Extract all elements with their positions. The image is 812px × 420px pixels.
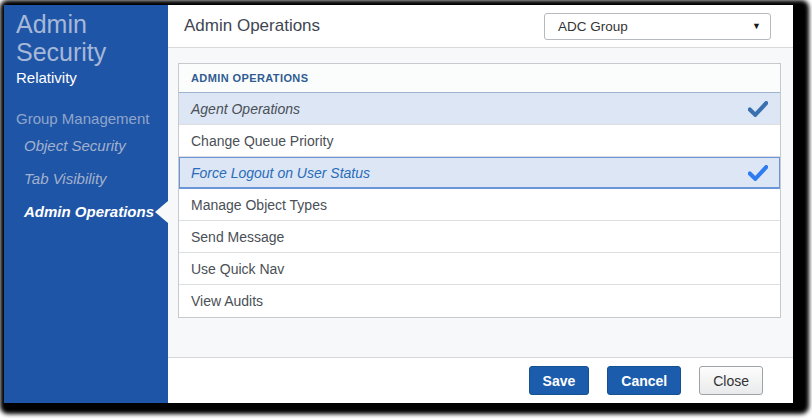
admin-operations-table: ADMIN OPERATIONS Agent Operations Change…: [178, 63, 781, 318]
cancel-button[interactable]: Cancel: [607, 366, 681, 395]
active-item-notch-arrow: [155, 201, 168, 223]
table-row-send-message[interactable]: Send Message: [179, 221, 780, 253]
checkmark-icon: [748, 101, 768, 117]
sidebar-item-object-security[interactable]: Object Security: [4, 131, 168, 160]
table-row-use-quick-nav[interactable]: Use Quick Nav: [179, 253, 780, 285]
page-title: Admin Operations: [184, 16, 320, 36]
row-label: View Audits: [191, 293, 263, 309]
sidebar-subtitle: Relativity: [16, 69, 156, 86]
admin-security-window: Admin Security Relativity Group Manageme…: [4, 5, 793, 403]
table-row-force-logout-on-user-status[interactable]: Force Logout on User Status: [179, 157, 780, 189]
row-label: Force Logout on User Status: [191, 165, 370, 181]
sidebar-item-label: Object Security: [24, 137, 126, 154]
table-row-manage-object-types[interactable]: Manage Object Types: [179, 189, 780, 221]
table-row-view-audits[interactable]: View Audits: [179, 285, 780, 317]
sidebar-title: Admin Security: [16, 10, 156, 66]
group-select-value: ADC Group: [558, 19, 628, 34]
row-label: Send Message: [191, 229, 284, 245]
table-row-change-queue-priority[interactable]: Change Queue Priority: [179, 125, 780, 157]
row-label: Change Queue Priority: [191, 133, 333, 149]
checkmark-icon: [748, 165, 768, 181]
permissions-panel: ADMIN OPERATIONS Agent Operations Change…: [168, 48, 793, 357]
sidebar-group-label: Group Management: [16, 110, 156, 127]
table-row-agent-operations[interactable]: Agent Operations: [179, 93, 780, 125]
sidebar-item-label: Tab Visibility: [24, 170, 107, 187]
screenshot-stage: Admin Security Relativity Group Manageme…: [0, 0, 812, 420]
main-content: Admin Operations ADC Group ▼ ADMIN OPERA…: [168, 5, 793, 403]
sidebar-item-tab-visibility[interactable]: Tab Visibility: [4, 164, 168, 193]
sidebar-item-admin-operations[interactable]: Admin Operations: [4, 197, 168, 226]
sidebar-item-label: Admin Operations: [24, 203, 154, 220]
close-button[interactable]: Close: [699, 366, 763, 395]
group-select-dropdown[interactable]: ADC Group ▼: [544, 13, 771, 40]
row-label: Agent Operations: [191, 101, 300, 117]
content-header: Admin Operations ADC Group ▼: [168, 5, 793, 48]
save-button[interactable]: Save: [529, 366, 590, 395]
table-header: ADMIN OPERATIONS: [179, 64, 780, 93]
row-label: Use Quick Nav: [191, 261, 284, 277]
action-footer: Save Cancel Close: [168, 357, 793, 403]
sidebar: Admin Security Relativity Group Manageme…: [4, 5, 168, 403]
dropdown-caret-icon: ▼: [752, 22, 761, 31]
row-label: Manage Object Types: [191, 197, 327, 213]
